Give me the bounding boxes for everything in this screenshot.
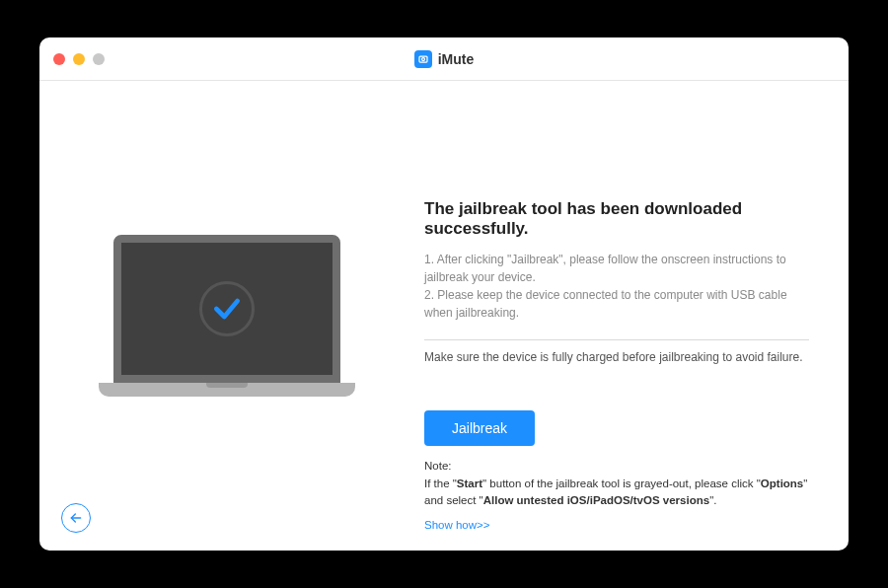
note-text-4: ". <box>709 494 716 506</box>
titlebar: iMute <box>39 37 849 81</box>
content-area: The jailbreak tool has been downloaded s… <box>39 81 849 551</box>
show-how-link[interactable]: Show how>> <box>424 519 809 531</box>
note-bold-options: Options <box>761 478 803 489</box>
divider <box>424 339 809 340</box>
note-bold-start: Start <box>457 478 482 489</box>
laptop-illustration <box>99 235 355 397</box>
note-text-1: If the " <box>424 478 457 489</box>
note-bold-allow: Allow untested iOS/iPadOS/tvOS versions <box>483 494 709 506</box>
maximize-window-button[interactable] <box>93 53 105 65</box>
minimize-window-button[interactable] <box>73 53 85 65</box>
info-pane: The jailbreak tool has been downloaded s… <box>414 81 849 551</box>
checkmark-circle-icon <box>199 281 255 336</box>
warning-text: Make sure the device is fully charged be… <box>424 350 809 364</box>
note-label: Note: <box>424 460 452 472</box>
note-block: Note: If the "Start" button of the jailb… <box>424 458 809 509</box>
instructions-block: 1. After clicking "Jailbreak", please fo… <box>424 251 809 322</box>
arrow-left-icon <box>68 510 84 526</box>
instruction-line-2: 2. Please keep the device connected to t… <box>424 286 809 322</box>
illustration-pane <box>39 81 414 551</box>
page-heading: The jailbreak tool has been downloaded s… <box>424 199 809 239</box>
note-text-2: " button of the jailbreak tool is grayed… <box>482 478 761 489</box>
window-controls <box>53 53 105 65</box>
app-icon <box>414 50 432 68</box>
app-window: iMute The jailbreak tool has been downlo… <box>39 37 849 551</box>
title-center: iMute <box>414 50 475 68</box>
instruction-line-1: 1. After clicking "Jailbreak", please fo… <box>424 251 809 286</box>
app-title: iMute <box>438 51 475 67</box>
laptop-screen <box>113 235 340 383</box>
close-window-button[interactable] <box>53 53 65 65</box>
jailbreak-button[interactable]: Jailbreak <box>424 410 535 446</box>
back-button[interactable] <box>61 503 91 533</box>
laptop-base <box>99 383 355 397</box>
svg-point-1 <box>421 57 424 60</box>
